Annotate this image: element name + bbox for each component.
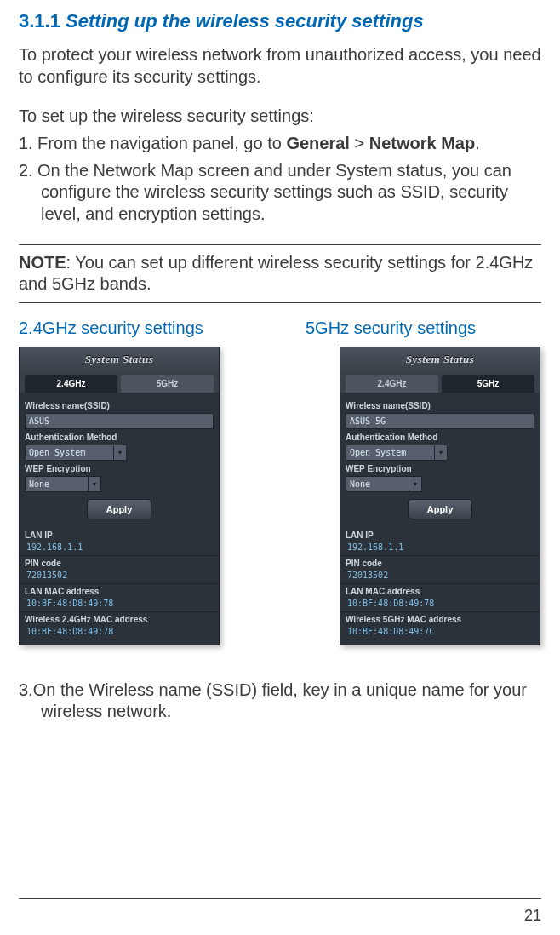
auth-select[interactable]: ▾ (25, 445, 127, 461)
step-3: 3.On the Wireless name (SSID) field, key… (19, 680, 541, 723)
wep-select[interactable]: ▾ (25, 476, 101, 492)
auth-select[interactable]: ▾ (346, 445, 448, 461)
wep-select[interactable]: ▾ (346, 476, 422, 492)
step1-general: General (286, 134, 349, 152)
screenshots-row: 2.4GHz security settings System Status 2… (19, 318, 541, 645)
step1-period: . (475, 134, 480, 152)
tab-5ghz[interactable]: 5GHz (121, 375, 214, 393)
wmac5-label: Wireless 5GHz MAC address (340, 611, 540, 625)
page-number: 21 (524, 907, 541, 925)
caption-5ghz: 5GHz security settings (306, 318, 541, 338)
chevron-down-icon[interactable]: ▾ (409, 476, 422, 492)
section-heading: 3.1.1 Setting up the wireless security s… (19, 10, 541, 32)
ssid-label: Wireless name(SSID) (25, 401, 214, 410)
chevron-down-icon[interactable]: ▾ (434, 445, 448, 461)
step2-text: On the Network Map screen and under Syst… (37, 161, 511, 223)
step3-number: 3. (19, 680, 33, 699)
note-text: NOTE: You can set up different wireless … (19, 252, 541, 295)
wep-label: WEP Encryption (346, 464, 534, 473)
note-rule-top (19, 244, 541, 245)
caption-24ghz: 2.4GHz security settings (19, 318, 254, 338)
wep-value[interactable] (346, 476, 409, 492)
step2-number: 2. (19, 160, 37, 182)
tabs-24: 2.4GHz 5GHz (20, 371, 219, 393)
apply-button[interactable]: Apply (87, 499, 152, 519)
panel-24ghz: System Status 2.4GHz 5GHz Wireless name(… (19, 347, 220, 645)
wmac24-value: 10:BF:48:D8:49:78 (25, 625, 214, 640)
tabs-5: 2.4GHz 5GHz (340, 371, 540, 393)
lanip-value: 192.168.1.1 (25, 541, 214, 555)
section-number: 3.1.1 (19, 10, 60, 32)
step1-number: 1. (19, 133, 37, 155)
auth-value[interactable] (346, 445, 434, 461)
col-5ghz: 5GHz security settings System Status 2.4… (306, 318, 541, 645)
tab-24ghz[interactable]: 2.4GHz (346, 375, 438, 393)
tab-24ghz[interactable]: 2.4GHz (25, 375, 117, 393)
step-1: 1.From the navigation panel, go to Gener… (19, 133, 541, 155)
step1-networkmap: Network Map (369, 134, 475, 152)
panel-5ghz: System Status 2.4GHz 5GHz Wireless name(… (340, 347, 540, 645)
lanip-label: LAN IP (340, 528, 540, 541)
footer-rule (19, 898, 541, 899)
setup-lead: To set up the wireless security settings… (19, 106, 541, 126)
auth-label: Authentication Method (346, 433, 534, 442)
ssid-input[interactable] (346, 413, 534, 429)
tab-5ghz[interactable]: 5GHz (442, 375, 534, 393)
note-rule-bottom (19, 302, 541, 303)
step1-text-a: From the navigation panel, go to (37, 134, 286, 152)
chevron-down-icon[interactable]: ▾ (113, 445, 127, 461)
steps-list: 1.From the navigation panel, go to Gener… (19, 133, 541, 225)
step-2: 2.On the Network Map screen and under Sy… (19, 160, 541, 226)
ssid-label: Wireless name(SSID) (346, 401, 534, 410)
lanmac-label: LAN MAC address (340, 583, 540, 597)
note-label: NOTE (19, 253, 66, 272)
ssid-input[interactable] (25, 413, 214, 429)
wep-value[interactable] (25, 476, 88, 492)
step3-text: On the Wireless name (SSID) field, key i… (33, 680, 527, 721)
panel-title-5: System Status (340, 347, 540, 371)
chevron-down-icon[interactable]: ▾ (88, 476, 101, 492)
lanmac-value: 10:BF:48:D8:49:78 (346, 597, 534, 611)
col-24ghz: 2.4GHz security settings System Status 2… (19, 318, 254, 645)
section-title: Setting up the wireless security setting… (66, 10, 424, 32)
panel-title-24: System Status (20, 347, 219, 371)
wmac5-value: 10:BF:48:D8:49:7C (346, 625, 534, 640)
apply-button[interactable]: Apply (408, 499, 473, 519)
wep-label: WEP Encryption (25, 464, 214, 473)
pin-value: 72013502 (25, 569, 214, 583)
note-block: NOTE: You can set up different wireless … (19, 244, 541, 303)
auth-label: Authentication Method (25, 433, 214, 442)
wmac24-label: Wireless 2.4GHz MAC address (20, 611, 219, 625)
note-body: : You can set up different wireless secu… (19, 253, 533, 294)
pin-label: PIN code (340, 555, 540, 569)
auth-value[interactable] (25, 445, 113, 461)
lanip-value: 192.168.1.1 (346, 541, 534, 555)
pin-value: 72013502 (346, 569, 534, 583)
lanip-label: LAN IP (20, 528, 219, 541)
lanmac-label: LAN MAC address (20, 583, 219, 597)
steps-list-cont: 3.On the Wireless name (SSID) field, key… (19, 680, 541, 723)
lanmac-value: 10:BF:48:D8:49:78 (25, 597, 214, 611)
intro-text: To protect your wireless network from un… (19, 44, 541, 88)
step1-sep: > (350, 134, 369, 152)
pin-label: PIN code (20, 555, 219, 569)
